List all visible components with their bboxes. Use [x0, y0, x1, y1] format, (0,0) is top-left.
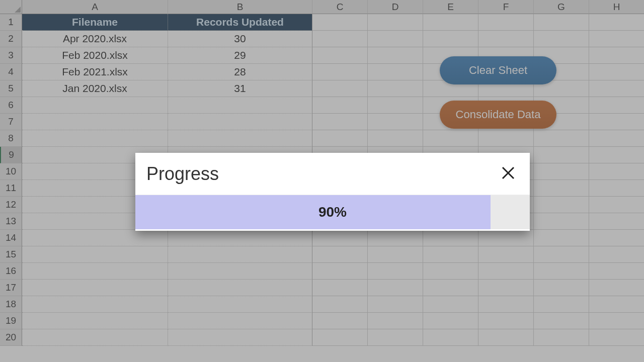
progress-percent: 90%: [318, 204, 347, 220]
progress-fill: [135, 195, 491, 229]
dialog-title: Progress: [146, 163, 219, 185]
dialog-titlebar[interactable]: Progress: [135, 153, 530, 195]
progress-dialog: Progress 90%: [135, 153, 530, 231]
progress-bar: 90%: [135, 195, 530, 229]
close-icon[interactable]: [501, 164, 516, 184]
